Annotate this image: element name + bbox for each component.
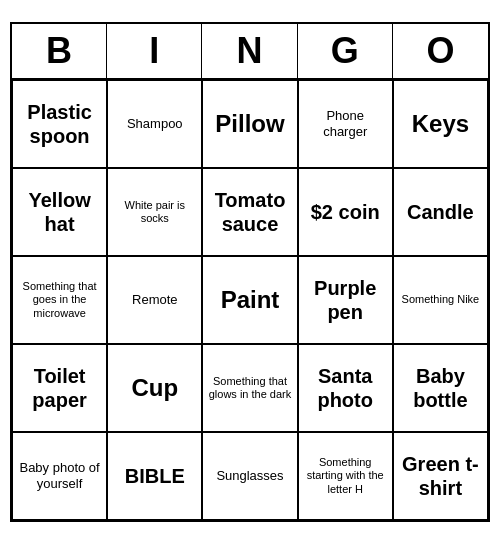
bingo-grid: Plastic spoonShampooPillowPhone chargerK…	[12, 80, 488, 520]
header-letter: I	[107, 24, 202, 78]
bingo-cell: Toilet paper	[12, 344, 107, 432]
bingo-cell: Something that goes in the microwave	[12, 256, 107, 344]
bingo-cell: Something Nike	[393, 256, 488, 344]
bingo-cell: Keys	[393, 80, 488, 168]
bingo-cell: White pair is socks	[107, 168, 202, 256]
bingo-cell: Santa photo	[298, 344, 393, 432]
bingo-cell: Plastic spoon	[12, 80, 107, 168]
bingo-cell: $2 coin	[298, 168, 393, 256]
bingo-cell: Cup	[107, 344, 202, 432]
bingo-cell: Something starting with the letter H	[298, 432, 393, 520]
header-letter: N	[202, 24, 297, 78]
bingo-header: BINGO	[12, 24, 488, 80]
bingo-cell: Green t-shirt	[393, 432, 488, 520]
bingo-card: BINGO Plastic spoonShampooPillowPhone ch…	[10, 22, 490, 522]
bingo-cell: Tomato sauce	[202, 168, 297, 256]
bingo-cell: Pillow	[202, 80, 297, 168]
header-letter: O	[393, 24, 488, 78]
bingo-cell: Purple pen	[298, 256, 393, 344]
bingo-cell: Phone charger	[298, 80, 393, 168]
header-letter: G	[298, 24, 393, 78]
bingo-cell: BIBLE	[107, 432, 202, 520]
bingo-cell: Shampoo	[107, 80, 202, 168]
header-letter: B	[12, 24, 107, 78]
bingo-cell: Remote	[107, 256, 202, 344]
bingo-cell: Candle	[393, 168, 488, 256]
bingo-cell: Sunglasses	[202, 432, 297, 520]
bingo-cell: Baby photo of yourself	[12, 432, 107, 520]
bingo-cell: Something that glows in the dark	[202, 344, 297, 432]
bingo-cell: Yellow hat	[12, 168, 107, 256]
bingo-cell: Paint	[202, 256, 297, 344]
bingo-cell: Baby bottle	[393, 344, 488, 432]
